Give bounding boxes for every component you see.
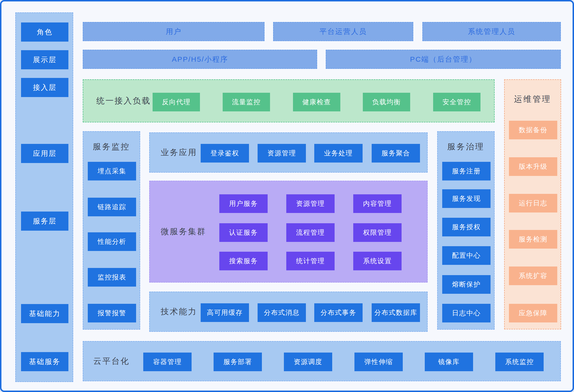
service-monitor-section: 服务监控 埋点采集 链路追踪 性能分析 监控报表 报警报警 — [83, 131, 140, 330]
microservice-node: 搜索服务 — [219, 252, 268, 270]
ops-node: 应急保障 — [509, 304, 557, 322]
access-node: 健康检查 — [293, 93, 340, 111]
microservice-node: 权限管理 — [353, 223, 402, 242]
governance-node: 熔断保护 — [442, 275, 491, 294]
section-title: 服务治理 — [438, 141, 494, 152]
business-node: 服务聚合 — [372, 144, 420, 162]
microservice-node: 认证服务 — [219, 223, 268, 242]
microservice-node: 资源管理 — [286, 194, 335, 213]
access-node: 安全管控 — [433, 93, 480, 111]
layer-sidebar: 角色 展示层 接入层 应用层 服务层 基础能力 基础服务 — [15, 12, 73, 382]
access-load-section: 统一接入负载 反向代理 流量监控 健康检查 负载均衡 安全管控 — [83, 79, 495, 122]
monitor-node: 链路追踪 — [88, 198, 136, 216]
governance-node: 配置中心 — [442, 246, 491, 265]
business-node: 业务处理 — [314, 144, 363, 162]
cloud-node: 服务部署 — [214, 353, 262, 371]
section-title: 服务监控 — [83, 141, 140, 152]
governance-node: 服务注册 — [442, 162, 491, 180]
ops-node: 系统扩容 — [509, 267, 557, 285]
section-title: 运维管理 — [505, 94, 561, 105]
sidebar-layer-item: 应用层 — [21, 144, 68, 163]
sidebar-layer-item: 展示层 — [21, 50, 68, 69]
microservice-cluster-section: 微服务集群 用户服务 资源管理 内容管理 认证服务 流程管理 权限管理 搜索服务… — [149, 181, 428, 283]
tech-node: 高可用缓存 — [201, 303, 249, 322]
tech-node: 分布式事务 — [314, 303, 363, 322]
section-title: 统一接入负载 — [96, 95, 151, 106]
tech-node: 分布式消息 — [258, 303, 306, 322]
ops-section: 运维管理 数据备份 版本升级 运行日志 服务检测 系统扩容 应急保障 — [504, 79, 561, 329]
tech-node: 分布式数据库 — [372, 303, 420, 322]
sidebar-layer-item: 基础能力 — [21, 304, 68, 323]
section-title: 微服务集群 — [161, 226, 206, 237]
microservice-node: 系统设置 — [353, 252, 402, 270]
cloud-node: 容器管理 — [143, 353, 192, 371]
microservice-node: 用户服务 — [219, 194, 268, 213]
cloud-platform-section: 云平台化 容器管理 服务部署 资源调度 弹性伸缩 镜像库 系统监控 — [83, 341, 561, 381]
role-box: 系统管理人员 — [422, 22, 561, 41]
cloud-node: 系统监控 — [495, 353, 544, 371]
monitor-node: 报警报警 — [88, 304, 136, 322]
client-box: PC端（后台管理） — [326, 50, 561, 69]
sidebar-layer-item: 接入层 — [21, 78, 68, 97]
sidebar-layer-item: 基础服务 — [21, 352, 68, 371]
monitor-node: 监控报表 — [88, 268, 136, 287]
cloud-node: 资源调度 — [284, 353, 332, 371]
governance-node: 服务授权 — [442, 218, 491, 236]
governance-node: 服务发现 — [442, 189, 491, 208]
business-node: 资源管理 — [258, 144, 306, 162]
service-governance-section: 服务治理 服务注册 服务发现 服务授权 配置中心 熔断保护 日志中心 — [437, 131, 495, 330]
architecture-diagram: 角色 展示层 接入层 应用层 服务层 基础能力 基础服务 用户 平台运营人员 系… — [0, 0, 574, 392]
business-node: 登录鉴权 — [201, 144, 249, 162]
client-box: APP/H5/小程序 — [83, 50, 317, 69]
ops-node: 服务检测 — [509, 230, 557, 249]
sidebar-layer-item: 服务层 — [21, 212, 68, 231]
microservice-node: 流程管理 — [286, 223, 335, 242]
role-box: 用户 — [83, 22, 265, 41]
monitor-node: 埋点采集 — [88, 162, 136, 180]
microservice-node: 统计管理 — [286, 252, 335, 270]
access-node: 负载均衡 — [363, 93, 410, 111]
access-node: 流量监控 — [223, 93, 270, 111]
cloud-node: 镜像库 — [425, 353, 473, 371]
access-node: 反向代理 — [153, 93, 200, 111]
role-box: 平台运营人员 — [273, 22, 413, 41]
section-title: 云平台化 — [93, 356, 130, 367]
section-title: 技术能力 — [161, 306, 197, 317]
ops-node: 版本升级 — [509, 157, 557, 176]
governance-node: 日志中心 — [442, 304, 491, 322]
monitor-node: 性能分析 — [88, 232, 136, 251]
tech-capability-section: 技术能力 高可用缓存 分布式消息 分布式事务 分布式数据库 — [149, 292, 428, 332]
cloud-node: 弹性伸缩 — [354, 353, 403, 371]
business-app-section: 业务应用 登录鉴权 资源管理 业务处理 服务聚合 — [149, 132, 428, 173]
ops-node: 运行日志 — [509, 194, 557, 213]
ops-node: 数据备份 — [509, 121, 557, 139]
sidebar-layer-item: 角色 — [21, 22, 68, 41]
section-title: 业务应用 — [161, 147, 197, 158]
microservice-node: 内容管理 — [353, 194, 402, 213]
